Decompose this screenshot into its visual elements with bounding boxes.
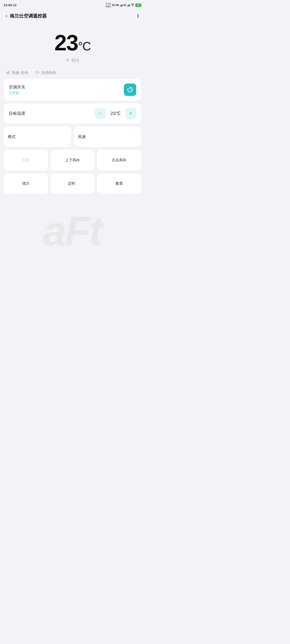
horizontal-wind-label: 左右风向 — [112, 158, 127, 162]
temp-increase-button[interactable]: + — [125, 108, 136, 119]
temp-control-card: 目标温度 − 23℃ + — [4, 103, 141, 124]
power-label: 空调开关 — [9, 84, 25, 90]
page-title: 格兰仕空调遥控器 — [10, 13, 47, 19]
wind-dir-icon — [36, 70, 40, 75]
bottom-row: 强力 定时 › 数显 — [4, 173, 141, 194]
power-icon — [127, 86, 133, 93]
signal-5g: 5G — [123, 4, 126, 6]
sweep-row: 扫风 上下风向 左右风向 — [4, 150, 141, 170]
status-right-icons: 0.10 KB/s 5G HD 5G — [106, 2, 141, 8]
temperature-section: 23°C ✳ 制冷 — [0, 22, 145, 68]
menu-dot-1 — [137, 14, 139, 16]
snowflake-icon: ✳ — [66, 58, 70, 63]
vertical-wind-card[interactable]: 上下风向 — [50, 150, 95, 170]
battery-indicator: 27 — [135, 4, 141, 7]
status-time: 23:05:12 — [4, 4, 17, 7]
temp-controls: − 23℃ + — [95, 108, 136, 119]
sweep-label: 扫风 — [22, 158, 30, 162]
timer-card[interactable]: 定时 › — [50, 173, 95, 194]
wind-dir-item: 自动风向 — [36, 70, 56, 75]
plus-icon: + — [129, 110, 132, 116]
svg-rect-1 — [8, 71, 8, 74]
fan-speed-card[interactable]: 风速 — [74, 126, 141, 147]
boost-label: 强力 — [22, 181, 30, 186]
navbar: ‹ 格兰仕空调遥控器 — [0, 9, 145, 22]
temp-control-value: 23℃ — [109, 111, 122, 116]
display-label: 数显 — [116, 181, 123, 186]
svg-rect-0 — [7, 72, 7, 74]
mode-fan-row: 模式 风速 — [4, 126, 141, 147]
wind-speed-item: 风速 自动 — [7, 70, 28, 75]
wind-info-row: 风速 自动 自动风向 — [0, 68, 145, 79]
wind-speed-label: 风速 — [12, 70, 19, 75]
vertical-wind-label: 上下风向 — [65, 158, 80, 162]
menu-dot-2 — [137, 16, 139, 18]
signal-bars-1 — [120, 4, 122, 6]
power-info: 空调开关 已开启 — [9, 84, 25, 95]
status-bar: 23:05:12 0.10 KB/s 5G HD 5G — [0, 0, 145, 9]
wifi-icon — [131, 3, 134, 7]
mode-name: 制冷 — [71, 58, 80, 63]
signal-5g-hd: 5G HD — [112, 4, 119, 6]
power-card: 空调开关 已开启 — [4, 79, 141, 100]
more-menu-button[interactable] — [136, 14, 140, 18]
wind-speed-icon — [7, 70, 11, 75]
mode-card[interactable]: 模式 — [4, 126, 71, 147]
power-button[interactable] — [124, 84, 136, 96]
mode-label: 模式 — [8, 134, 16, 140]
wind-speed-value: 自动 — [21, 70, 28, 75]
signal-bars-2 — [127, 4, 130, 6]
minus-icon: − — [99, 110, 102, 116]
sweep-card[interactable]: 扫风 — [4, 150, 48, 170]
svg-rect-2 — [9, 70, 10, 74]
horizontal-wind-card[interactable]: 左右风向 — [97, 150, 141, 170]
mode-row: ✳ 制冷 — [5, 58, 140, 63]
watermark-text: aFt — [0, 197, 145, 261]
timer-arrow-icon: › — [76, 182, 77, 186]
wind-dir-label: 自动风向 — [42, 70, 56, 75]
power-status: 已开启 — [9, 91, 25, 95]
temperature-display: 23°C — [5, 32, 140, 54]
temperature-value: 23 — [54, 30, 78, 55]
display-card[interactable]: 数显 — [97, 173, 141, 194]
fan-speed-label: 风速 — [78, 134, 86, 140]
navbar-left: ‹ 格兰仕空调遥控器 — [5, 12, 47, 20]
temp-decrease-button[interactable]: − — [95, 108, 106, 119]
boost-card[interactable]: 强力 — [4, 173, 48, 194]
timer-label: 定时 — [68, 181, 75, 186]
temperature-unit: °C — [78, 40, 90, 53]
back-button[interactable]: ‹ — [5, 12, 8, 20]
network-speed: 0.10 KB/s — [106, 2, 111, 8]
temp-control-label: 目标温度 — [9, 111, 25, 116]
